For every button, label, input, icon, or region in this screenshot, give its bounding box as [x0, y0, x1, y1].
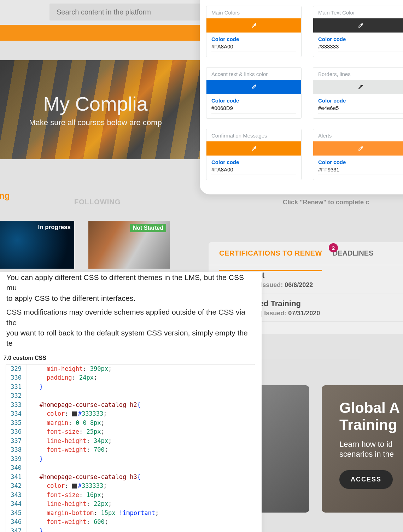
doc-paragraph: You can apply different CSS to different… [6, 272, 255, 303]
color-swatch[interactable] [313, 141, 403, 156]
line-number: 333 [6, 401, 27, 410]
eyedropper-icon [251, 84, 257, 90]
color-code-value[interactable]: #0068D9 [211, 104, 296, 113]
code-editor[interactable]: 329 min-height: 390px;330 padding: 24px;… [6, 364, 255, 532]
line-number: 329 [6, 364, 27, 374]
promo-card-global-training[interactable]: Global A Training Learn how to id scenar… [322, 385, 403, 513]
tab-certifications-to-renew[interactable]: CERTIFICATIONS TO RENEW [219, 249, 322, 265]
line-number: 341 [6, 473, 27, 482]
line-number: 338 [6, 445, 27, 455]
status-badge: In progress [38, 224, 71, 231]
code-line: 335 margin: 0 0 8px; [6, 419, 255, 428]
code-line: 343 font-size: 16px; [6, 491, 255, 500]
code-line: 342 color: #333333; [6, 481, 255, 491]
code-line: 337 line-height: 34px; [6, 437, 255, 446]
eyedropper-icon [357, 145, 364, 152]
cert-count-badge: 2 [329, 243, 338, 252]
color-code-value[interactable]: #FA8A00 [211, 165, 296, 175]
color-card: Accent text & links colorColor code#0068… [206, 67, 302, 119]
promo-title: Global A Training [339, 399, 403, 434]
color-card-title: Confirmation Messages [206, 129, 301, 141]
color-card-title: Alerts [313, 129, 403, 141]
code-line: 333 #homepage-course-catalog h2{ [6, 401, 255, 410]
promo-desc: Learn how to id scenarios in the [339, 439, 403, 460]
status-badge: Not Started [130, 224, 166, 232]
renew-hint-text: Click "Renew" to complete c [283, 199, 369, 206]
code-line: 334 color: #333333; [6, 409, 255, 419]
color-card: AlertsColor code#FF9331 [313, 129, 403, 180]
color-settings-panel: Main ColorsColor code#FA8A00Main Text Co… [200, 0, 403, 194]
line-number: 331 [6, 382, 27, 392]
color-swatch[interactable] [206, 141, 301, 156]
line-number: 343 [6, 491, 27, 500]
code-line: 346 font-weight: 600; [6, 518, 255, 527]
color-card: Borders, linesColor code#e4e6e5 [313, 67, 403, 119]
access-button[interactable]: ACCESS [339, 470, 393, 489]
color-card-title: Main Colors [206, 6, 301, 18]
color-card: Confirmation MessagesColor code#FA8A00 [206, 129, 302, 180]
tab-training-active[interactable]: ining [0, 191, 10, 201]
line-number: 345 [6, 509, 27, 518]
line-number: 339 [6, 455, 27, 464]
course-card-inprogress[interactable]: In progress [0, 221, 74, 269]
line-number: 334 [6, 409, 27, 419]
line-number: 347 [6, 527, 27, 532]
color-code-label: Color code [211, 36, 296, 42]
css-doc-overlay: You can apply different CSS to different… [0, 272, 262, 532]
code-line: 336 font-size: 25px; [6, 427, 255, 437]
code-line: 338 font-weight: 700; [6, 445, 255, 455]
line-number: 346 [6, 518, 27, 527]
tab-deadlines[interactable]: DEADLINES [333, 249, 374, 265]
code-line: 341 #homepage-course-catalog h3{ [6, 473, 255, 482]
code-line: 340 [6, 463, 255, 473]
hero-subtitle: Make sure all courses below are comp [29, 118, 162, 127]
color-card-title: Borders, lines [313, 68, 403, 80]
color-swatch[interactable] [206, 80, 301, 94]
color-code-value[interactable]: #FF9331 [318, 165, 403, 175]
color-card: Main ColorsColor code#FA8A00 [206, 6, 302, 57]
eyedropper-icon [251, 145, 257, 152]
line-number: 336 [6, 427, 27, 437]
color-card-title: Main Text Color [313, 6, 403, 18]
code-line: 347 } [6, 527, 255, 532]
doc-paragraph: CSS modifications may override schemes a… [6, 307, 255, 349]
code-line: 344 line-height: 22px; [6, 499, 255, 509]
line-number: 344 [6, 499, 27, 509]
code-line: 332 [6, 391, 255, 401]
color-code-label: Color code [211, 159, 296, 165]
code-line: 345 margin-bottom: 15px !important; [6, 509, 255, 518]
hero-banner: My Complia Make sure all courses below a… [0, 60, 205, 159]
color-swatch[interactable] [313, 18, 403, 33]
code-line: 339 } [6, 455, 255, 464]
eyedropper-icon [357, 22, 364, 29]
line-number: 330 [6, 373, 27, 382]
color-code-value[interactable]: #333333 [318, 42, 403, 52]
color-code-label: Color code [318, 98, 403, 104]
color-card: Main Text ColorColor code#333333 [313, 6, 403, 57]
color-swatch[interactable] [313, 80, 403, 94]
tab-following[interactable]: FOLLOWING [74, 198, 121, 206]
color-code-label: Color code [318, 159, 403, 165]
color-code-value[interactable]: #FA8A00 [211, 42, 296, 52]
color-code-value[interactable]: #e4e6e5 [318, 104, 403, 113]
code-line: 329 min-height: 390px; [6, 364, 255, 374]
line-number: 335 [6, 419, 27, 428]
code-line: 331 } [6, 382, 255, 392]
line-number: 342 [6, 481, 27, 491]
doc-subheading: 7.0 custom CSS [4, 355, 255, 361]
color-swatch[interactable] [206, 18, 301, 33]
line-number: 332 [6, 391, 27, 401]
eyedropper-icon [251, 22, 257, 29]
color-code-label: Color code [318, 36, 403, 42]
hero-title: My Complia [43, 92, 148, 115]
color-code-label: Color code [211, 98, 296, 104]
line-number: 340 [6, 463, 27, 473]
course-card-notstarted[interactable]: Not Started [88, 221, 170, 269]
line-number: 337 [6, 437, 27, 446]
eyedropper-icon [357, 84, 364, 90]
code-line: 330 padding: 24px; [6, 373, 255, 382]
color-card-title: Accent text & links color [206, 68, 301, 80]
